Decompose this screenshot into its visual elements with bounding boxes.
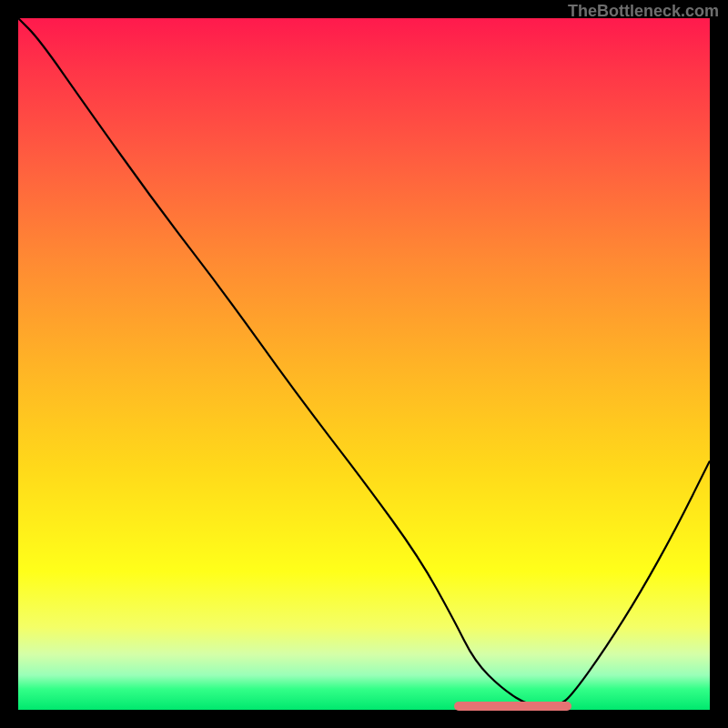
optimal-range-marker: [454, 702, 571, 711]
bottleneck-curve-path: [18, 18, 710, 706]
chart-container: TheBottleneck.com: [0, 0, 728, 728]
plot-area: [18, 18, 710, 710]
curve-svg: [18, 18, 710, 710]
